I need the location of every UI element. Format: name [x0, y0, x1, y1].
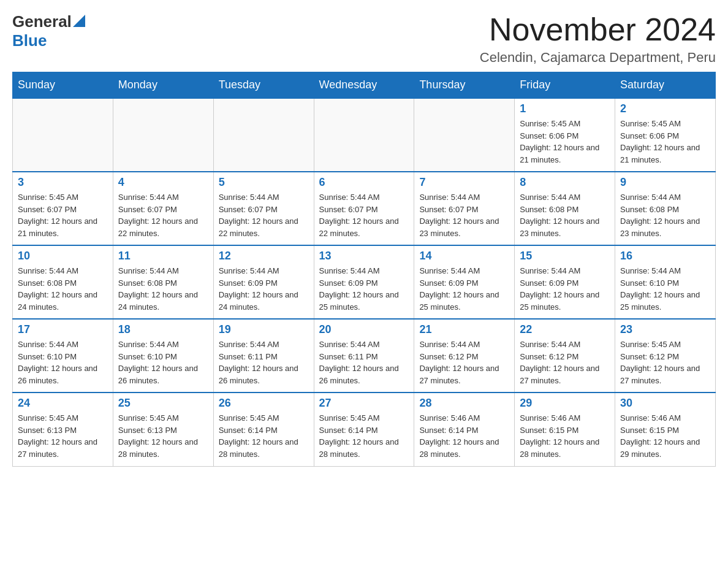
day-number: 17: [18, 323, 108, 336]
day-number: 23: [620, 323, 710, 336]
day-number: 4: [118, 176, 208, 189]
day-info: Sunrise: 5:45 AMSunset: 6:13 PMDaylight:…: [118, 412, 208, 460]
calendar-day-cell: 3Sunrise: 5:45 AMSunset: 6:07 PMDaylight…: [13, 172, 113, 245]
day-number: 24: [18, 397, 108, 410]
day-of-week-header: Saturday: [615, 72, 716, 99]
day-info: Sunrise: 5:44 AMSunset: 6:08 PMDaylight:…: [620, 191, 710, 239]
day-info: Sunrise: 5:44 AMSunset: 6:07 PMDaylight:…: [219, 191, 309, 239]
calendar-day-cell: 5Sunrise: 5:44 AMSunset: 6:07 PMDaylight…: [213, 172, 314, 245]
calendar-table: SundayMondayTuesdayWednesdayThursdayFrid…: [12, 72, 716, 467]
day-info: Sunrise: 5:44 AMSunset: 6:09 PMDaylight:…: [219, 265, 309, 313]
day-info: Sunrise: 5:45 AMSunset: 6:07 PMDaylight:…: [18, 191, 108, 239]
day-number: 19: [219, 323, 309, 336]
calendar-day-cell: 9Sunrise: 5:44 AMSunset: 6:08 PMDaylight…: [615, 172, 716, 245]
day-number: 13: [319, 250, 409, 262]
day-info: Sunrise: 5:44 AMSunset: 6:08 PMDaylight:…: [118, 265, 208, 313]
day-of-week-header: Friday: [515, 72, 615, 99]
day-number: 22: [520, 323, 610, 336]
day-info: Sunrise: 5:46 AMSunset: 6:15 PMDaylight:…: [520, 412, 610, 460]
day-number: 7: [419, 176, 509, 189]
day-of-week-header: Monday: [113, 72, 213, 99]
day-number: 11: [118, 250, 208, 262]
day-number: 27: [319, 397, 409, 410]
page-header: General Blue November 2024 Celendin, Caj…: [12, 12, 716, 66]
calendar-day-cell: 13Sunrise: 5:44 AMSunset: 6:09 PMDayligh…: [314, 245, 414, 319]
calendar-day-cell: 22Sunrise: 5:44 AMSunset: 6:12 PMDayligh…: [515, 319, 615, 393]
day-info: Sunrise: 5:45 AMSunset: 6:12 PMDaylight:…: [620, 339, 710, 386]
calendar-day-cell: 24Sunrise: 5:45 AMSunset: 6:13 PMDayligh…: [13, 393, 113, 466]
calendar-day-cell: 6Sunrise: 5:44 AMSunset: 6:07 PMDaylight…: [314, 172, 414, 245]
calendar-day-cell: [213, 98, 314, 172]
calendar-day-cell: 28Sunrise: 5:46 AMSunset: 6:14 PMDayligh…: [414, 393, 515, 466]
calendar-day-cell: 23Sunrise: 5:45 AMSunset: 6:12 PMDayligh…: [615, 319, 716, 393]
day-info: Sunrise: 5:44 AMSunset: 6:10 PMDaylight:…: [18, 339, 108, 386]
calendar-day-cell: 14Sunrise: 5:44 AMSunset: 6:09 PMDayligh…: [414, 245, 515, 319]
day-info: Sunrise: 5:44 AMSunset: 6:12 PMDaylight:…: [520, 339, 610, 386]
day-number: 1: [520, 102, 610, 115]
calendar-week-row: 24Sunrise: 5:45 AMSunset: 6:13 PMDayligh…: [13, 393, 716, 466]
title-block: November 2024 Celendin, Cajamarca Depart…: [480, 12, 716, 66]
day-number: 5: [219, 176, 309, 189]
calendar-day-cell: 25Sunrise: 5:45 AMSunset: 6:13 PMDayligh…: [113, 393, 213, 466]
day-number: 30: [620, 397, 710, 410]
day-of-week-header: Wednesday: [314, 72, 414, 99]
day-number: 15: [520, 250, 610, 262]
day-number: 6: [319, 176, 409, 189]
day-info: Sunrise: 5:44 AMSunset: 6:09 PMDaylight:…: [319, 265, 409, 313]
calendar-day-cell: 18Sunrise: 5:44 AMSunset: 6:10 PMDayligh…: [113, 319, 213, 393]
day-info: Sunrise: 5:44 AMSunset: 6:11 PMDaylight:…: [319, 339, 409, 386]
svg-marker-0: [73, 15, 85, 27]
calendar-day-cell: 16Sunrise: 5:44 AMSunset: 6:10 PMDayligh…: [615, 245, 716, 319]
day-of-week-header: Tuesday: [213, 72, 314, 99]
calendar-day-cell: 2Sunrise: 5:45 AMSunset: 6:06 PMDaylight…: [615, 98, 716, 172]
calendar-day-cell: 10Sunrise: 5:44 AMSunset: 6:08 PMDayligh…: [13, 245, 113, 319]
day-info: Sunrise: 5:44 AMSunset: 6:07 PMDaylight:…: [118, 191, 208, 239]
location-text: Celendin, Cajamarca Department, Peru: [480, 50, 716, 66]
day-number: 16: [620, 250, 710, 262]
day-info: Sunrise: 5:44 AMSunset: 6:10 PMDaylight:…: [118, 339, 208, 386]
calendar-week-row: 10Sunrise: 5:44 AMSunset: 6:08 PMDayligh…: [13, 245, 716, 319]
day-info: Sunrise: 5:46 AMSunset: 6:15 PMDaylight:…: [620, 412, 710, 460]
day-info: Sunrise: 5:45 AMSunset: 6:14 PMDaylight:…: [319, 412, 409, 460]
calendar-day-cell: 21Sunrise: 5:44 AMSunset: 6:12 PMDayligh…: [414, 319, 515, 393]
calendar-week-row: 17Sunrise: 5:44 AMSunset: 6:10 PMDayligh…: [13, 319, 716, 393]
day-number: 26: [219, 397, 309, 410]
calendar-day-cell: 4Sunrise: 5:44 AMSunset: 6:07 PMDaylight…: [113, 172, 213, 245]
day-number: 8: [520, 176, 610, 189]
month-title: November 2024: [480, 12, 716, 47]
day-number: 2: [620, 102, 710, 115]
calendar-day-cell: 7Sunrise: 5:44 AMSunset: 6:07 PMDaylight…: [414, 172, 515, 245]
day-info: Sunrise: 5:44 AMSunset: 6:07 PMDaylight:…: [319, 191, 409, 239]
day-info: Sunrise: 5:45 AMSunset: 6:14 PMDaylight:…: [219, 412, 309, 460]
day-number: 18: [118, 323, 208, 336]
calendar-day-cell: 27Sunrise: 5:45 AMSunset: 6:14 PMDayligh…: [314, 393, 414, 466]
day-info: Sunrise: 5:45 AMSunset: 6:13 PMDaylight:…: [18, 412, 108, 460]
day-number: 3: [18, 176, 108, 189]
calendar-day-cell: 26Sunrise: 5:45 AMSunset: 6:14 PMDayligh…: [213, 393, 314, 466]
day-info: Sunrise: 5:44 AMSunset: 6:11 PMDaylight:…: [219, 339, 309, 386]
day-number: 10: [18, 250, 108, 262]
day-number: 29: [520, 397, 610, 410]
calendar-day-cell: 1Sunrise: 5:45 AMSunset: 6:06 PMDaylight…: [515, 98, 615, 172]
logo-blue-text: Blue: [12, 31, 47, 50]
calendar-day-cell: 19Sunrise: 5:44 AMSunset: 6:11 PMDayligh…: [213, 319, 314, 393]
calendar-day-cell: 30Sunrise: 5:46 AMSunset: 6:15 PMDayligh…: [615, 393, 716, 466]
day-of-week-header: Thursday: [414, 72, 515, 99]
calendar-day-cell: [13, 98, 113, 172]
day-number: 28: [419, 397, 509, 410]
calendar-day-cell: 12Sunrise: 5:44 AMSunset: 6:09 PMDayligh…: [213, 245, 314, 319]
calendar-day-cell: [414, 98, 515, 172]
day-info: Sunrise: 5:44 AMSunset: 6:08 PMDaylight:…: [520, 191, 610, 239]
logo: General Blue: [12, 12, 85, 50]
day-number: 9: [620, 176, 710, 189]
calendar-day-cell: 29Sunrise: 5:46 AMSunset: 6:15 PMDayligh…: [515, 393, 615, 466]
day-info: Sunrise: 5:44 AMSunset: 6:12 PMDaylight:…: [419, 339, 509, 386]
calendar-day-cell: 20Sunrise: 5:44 AMSunset: 6:11 PMDayligh…: [314, 319, 414, 393]
logo-general-text: General: [12, 12, 72, 31]
day-number: 12: [219, 250, 309, 262]
calendar-week-row: 1Sunrise: 5:45 AMSunset: 6:06 PMDaylight…: [13, 98, 716, 172]
day-info: Sunrise: 5:44 AMSunset: 6:08 PMDaylight:…: [18, 265, 108, 313]
day-info: Sunrise: 5:44 AMSunset: 6:10 PMDaylight:…: [620, 265, 710, 313]
day-of-week-header: Sunday: [13, 72, 113, 99]
day-info: Sunrise: 5:46 AMSunset: 6:14 PMDaylight:…: [419, 412, 509, 460]
